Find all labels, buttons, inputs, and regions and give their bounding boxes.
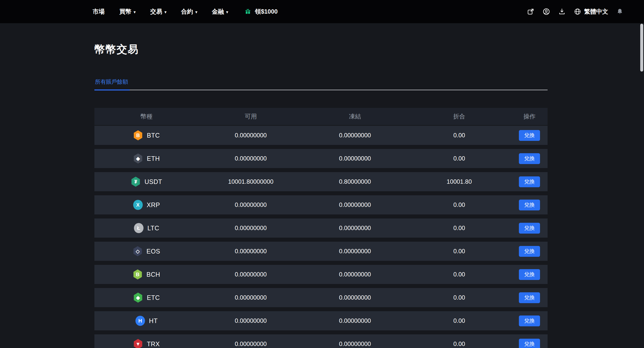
exchange-button[interactable]: 兌換: [519, 339, 540, 348]
exchange-button[interactable]: 兌換: [519, 200, 540, 210]
coin-symbol: USDT: [145, 178, 162, 185]
coin-cell: ◆ ETH: [94, 149, 199, 168]
promo-button[interactable]: 領$1000: [244, 8, 278, 16]
tab-bar: 所有賬戶餘額: [94, 78, 548, 90]
nav-item[interactable]: 市場: [93, 8, 105, 16]
total-value: 0.00: [407, 265, 511, 284]
top-nav: 市場 買幣 ▾ 交易 ▾ 合約 ▾ 金融 ▾ 領$1000: [0, 0, 644, 23]
table-row: ◆ ETH 0.00000000 0.00000000 0.00 兌換: [94, 149, 548, 168]
page-title: 幣幣交易: [94, 23, 644, 56]
frozen-value: 0.00000000: [303, 195, 407, 214]
coin-cell: B BCH: [94, 265, 199, 284]
table-row: B BTC 0.00000000 0.00000000 0.00 兌換: [94, 126, 548, 145]
exchange-button[interactable]: 兌換: [519, 223, 540, 234]
action-cell: 兌換: [511, 218, 548, 238]
action-cell: 兌換: [511, 149, 548, 168]
col-header-total: 折合: [407, 108, 511, 125]
total-value: 0.00: [407, 288, 511, 307]
account-icon[interactable]: [542, 8, 550, 16]
total-value: 0.00: [407, 242, 511, 261]
action-cell: 兌換: [511, 288, 548, 307]
nav-item[interactable]: 金融 ▾: [212, 8, 228, 16]
globe-icon: [574, 8, 582, 16]
frozen-value: 0.00000000: [303, 218, 407, 238]
nav-item-label: 金融: [212, 8, 224, 16]
table-header: 幣種 可用 凍結 折合 操作: [94, 108, 548, 125]
coin-icon: B: [133, 130, 143, 140]
action-cell: 兌換: [511, 172, 548, 191]
nav-item[interactable]: 合約 ▾: [181, 8, 197, 16]
total-value: 10001.80: [407, 172, 511, 191]
chevron-down-icon: ▾: [226, 10, 228, 14]
language-selector[interactable]: 繁體中文: [574, 8, 608, 16]
exchange-button[interactable]: 兌換: [519, 246, 540, 257]
coin-icon: ◆: [133, 153, 143, 164]
coin-icon: ₮: [131, 177, 140, 187]
action-cell: 兌換: [511, 242, 548, 261]
coin-cell: ▼ TRX: [94, 334, 199, 348]
download-icon[interactable]: [558, 8, 566, 16]
total-value: 0.00: [407, 126, 511, 145]
coin-glyph: ◆: [136, 295, 140, 301]
available-value: 0.00000000: [199, 265, 303, 284]
chevron-down-icon: ▾: [134, 10, 136, 14]
coin-symbol: XRP: [147, 201, 160, 209]
notifications-bell-icon[interactable]: [616, 8, 624, 16]
coin-glyph: B: [136, 272, 139, 277]
exchange-button[interactable]: 兌換: [519, 315, 540, 326]
coin-cell: ◆ ETC: [94, 288, 199, 307]
available-value: 0.00000000: [199, 126, 303, 145]
col-header-available: 可用: [199, 108, 303, 125]
available-value: 0.00000000: [199, 195, 303, 214]
nav-item-label: 交易: [150, 8, 162, 16]
share-icon[interactable]: [527, 8, 535, 16]
exchange-button[interactable]: 兌換: [519, 153, 540, 164]
action-cell: 兌換: [511, 265, 548, 284]
frozen-value: 0.80000000: [303, 172, 407, 191]
action-cell: 兌換: [511, 334, 548, 348]
coin-icon: ◆: [133, 293, 143, 303]
coin-icon: X: [133, 200, 143, 210]
coin-symbol: ETC: [147, 294, 160, 301]
exchange-button[interactable]: 兌換: [519, 269, 540, 280]
frozen-value: 0.00000000: [303, 149, 407, 168]
action-cell: 兌換: [511, 195, 548, 214]
table-row: X XRP 0.00000000 0.00000000 0.00 兌換: [94, 195, 548, 214]
coin-symbol: BTC: [147, 132, 160, 139]
coin-glyph: ◆: [136, 155, 140, 162]
exchange-button[interactable]: 兌換: [519, 176, 540, 187]
coin-icon: H: [135, 316, 145, 326]
table-row: H HT 0.00000000 0.00000000 0.00 兌換: [94, 311, 548, 330]
nav-item-label: 市場: [93, 8, 105, 16]
nav-item[interactable]: 交易 ▾: [150, 8, 167, 16]
col-header-frozen: 凍結: [303, 108, 407, 125]
coin-symbol: TRX: [147, 340, 160, 348]
table-row: ◇ EOS 0.00000000 0.00000000 0.00 兌換: [94, 242, 548, 261]
coin-cell: ◇ EOS: [94, 242, 199, 261]
exchange-button[interactable]: 兌換: [519, 130, 540, 141]
available-value: 0.00000000: [199, 288, 303, 307]
main-content: 幣幣交易 所有賬戶餘額 幣種 可用 凍結 折合 操作 B BTC 0.00000…: [0, 23, 644, 348]
chevron-down-icon: ▾: [165, 10, 167, 14]
frozen-value: 0.00000000: [303, 265, 407, 284]
nav-right: 繁體中文: [527, 8, 624, 16]
frozen-value: 0.00000000: [303, 334, 407, 348]
coin-icon: Ł: [134, 223, 144, 233]
total-value: 0.00: [407, 311, 511, 330]
nav-item[interactable]: 買幣 ▾: [119, 8, 136, 16]
frozen-value: 0.00000000: [303, 126, 407, 145]
language-label: 繁體中文: [584, 8, 608, 16]
coin-icon: ◇: [133, 246, 142, 256]
promo-label: 領$1000: [255, 8, 278, 16]
available-value: 0.00000000: [199, 218, 303, 238]
total-value: 0.00: [407, 149, 511, 168]
total-value: 0.00: [407, 334, 511, 348]
nav-item-label: 買幣: [119, 8, 131, 16]
coin-symbol: HT: [149, 317, 158, 325]
nav-item-label: 合約: [181, 8, 193, 16]
tab-all-balances[interactable]: 所有賬戶餘額: [94, 78, 130, 90]
scrollbar-thumb[interactable]: [640, 24, 643, 72]
exchange-button[interactable]: 兌換: [519, 292, 540, 303]
table-row: Ł LTC 0.00000000 0.00000000 0.00 兌換: [94, 218, 548, 238]
coin-cell: ₮ USDT: [94, 172, 199, 191]
